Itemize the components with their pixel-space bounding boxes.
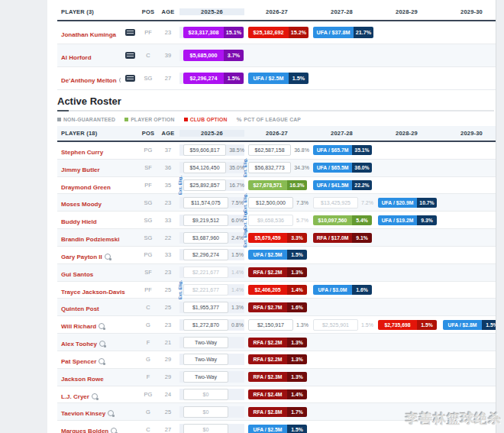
pos-cell: SG <box>140 234 157 241</box>
season-label: 2025-26 <box>201 8 223 15</box>
chip-percent: 1.7% <box>287 407 307 417</box>
player-row: Pat SpencerG29Two-WayRFA / $2.2M1.3% <box>57 351 496 369</box>
ufa-chip: UFA / $2.5M1.5% <box>248 73 309 84</box>
player-name-cell: Buddy Hield <box>57 213 140 227</box>
player-link[interactable]: L.J. Cryer <box>61 393 89 400</box>
pos-cell: F <box>140 339 157 346</box>
player-link[interactable]: Alex Toohey <box>61 341 97 347</box>
rfa-chip: RFA / $2.2M1.3% <box>248 267 307 277</box>
player-link[interactable]: Brandin Podziemski <box>61 236 119 243</box>
chip-value: RFA / $2.2M <box>248 267 287 277</box>
player-link[interactable]: Jackson Rowe <box>61 376 104 383</box>
year-cell: UFA / $41.5M22.2% <box>309 180 374 190</box>
chip-percent: 9.1% <box>352 233 372 243</box>
salary-percent: 38.5% <box>229 147 244 153</box>
salary-percent: 1.5% <box>361 322 373 328</box>
chip-percent: 1.5% <box>224 73 244 84</box>
player-note-icon[interactable] <box>105 254 111 260</box>
contract-badge-icon[interactable] <box>125 52 135 59</box>
player-link[interactable]: Trayce Jackson-Davis <box>61 289 125 296</box>
ufa-chip: UFA / $65.5M36.0% <box>313 163 372 173</box>
player-row: Al HorfordC39$5,685,0003.7% <box>57 44 496 67</box>
player-link[interactable]: Marques Bolden <box>61 428 108 433</box>
salary-percent: 1.3% <box>231 305 244 310</box>
season-column-header: 2029-30 <box>439 8 496 15</box>
player-link[interactable]: Moses Moody <box>61 201 102 208</box>
player-link[interactable]: Taevion Kinsey <box>61 410 105 417</box>
pos-cell: SG <box>140 217 157 224</box>
player-link[interactable]: Buddy Hield <box>61 218 97 225</box>
player-link[interactable]: Al Horford <box>61 54 92 61</box>
player-name-cell: Gary Payton II <box>57 248 140 262</box>
year-cell: UFA / $2.5M1.5% <box>244 250 309 260</box>
player-note-icon[interactable] <box>111 428 117 433</box>
year-cell: UFA / $20.9M10.7% <box>374 198 439 208</box>
player-link[interactable]: Draymond Green <box>61 184 111 191</box>
pos-cell: SG <box>140 199 157 206</box>
ufa-chip: UFA / $65.7M35.1% <box>313 145 372 155</box>
year-cell: $2,406,2051.4% <box>244 285 309 295</box>
salary-percent: 16.7% <box>229 183 244 188</box>
player-row: Gary Payton IIPG33$2,296,2741.5%UFA / $2… <box>57 247 496 264</box>
player-link[interactable]: Will Richard <box>61 323 96 330</box>
player-note-icon[interactable] <box>99 358 105 364</box>
rfa-chip: RFA / $2.3M1.3% <box>248 372 307 382</box>
chip-percent: 3.7% <box>224 50 244 61</box>
age-cell: 23 <box>157 29 179 36</box>
player-row: Marques BoldenC27$0UFA / $2.5M1.5% <box>57 421 496 433</box>
legend-non-guaranteed: NON-GUARANTEED <box>57 117 115 122</box>
year-cell: UFA / $65.7M35.1% <box>309 145 374 155</box>
player-link[interactable]: Quinten Post <box>61 305 99 312</box>
player-link[interactable]: Gary Payton II <box>61 254 102 260</box>
player-note-icon[interactable] <box>108 410 114 416</box>
salary-box: $2,296,274 <box>183 249 228 260</box>
year-cell: Two-Way <box>179 337 244 348</box>
age-column-header: AGE <box>157 130 179 137</box>
salary-box: $2,221,677 <box>183 284 228 296</box>
chip-value: $23,317,308 <box>183 27 224 38</box>
salary-box: $54,126,450 <box>183 162 226 173</box>
player-link[interactable]: Jonathan Kuminga <box>61 31 116 38</box>
contract-badge-icon[interactable] <box>125 75 135 82</box>
pos-cell: C <box>140 304 157 311</box>
player-row: De'Anthony MeltonSG27$2,296,2741.5%UFA /… <box>57 67 496 90</box>
season-column-header: 2027-28 <box>309 130 374 137</box>
player-link[interactable]: Stephen Curry <box>61 149 103 156</box>
pos-cell: PF <box>140 182 157 189</box>
badge-cell <box>121 29 140 36</box>
player-column-header: PLAYER (3) <box>57 8 121 15</box>
player-link[interactable]: De'Anthony Melton <box>61 77 117 84</box>
year-cell: RFA / $2.2M1.3% <box>244 338 309 347</box>
player-link[interactable]: Pat Spencer <box>61 358 96 365</box>
player-link[interactable]: Gui Santos <box>61 271 93 278</box>
salary-box: $3,687,960 <box>183 232 228 244</box>
salary-percent: 2.4% <box>231 235 244 241</box>
option-chip: $25,182,69215.2% <box>248 27 309 38</box>
club-option-swatch-icon <box>184 118 188 121</box>
salary-percent: 1.5% <box>231 252 244 257</box>
age-cell: 24 <box>157 391 179 398</box>
player-note-icon[interactable] <box>92 393 98 399</box>
player-note-icon[interactable] <box>99 341 105 347</box>
chip-percent: 10.7% <box>417 198 437 208</box>
salary-box: $1,955,377 <box>183 302 228 313</box>
player-note-icon[interactable] <box>99 323 105 329</box>
season-column-header: 2028-29 <box>374 130 439 137</box>
season-column-header: 2026-27 <box>244 8 309 15</box>
year-cell: $59,606,81738.5% <box>179 144 244 156</box>
season-label: 2027-28 <box>331 130 353 137</box>
player-note-icon[interactable] <box>119 77 121 83</box>
contract-badge-icon[interactable] <box>125 29 135 36</box>
season-label: 2025-26 <box>201 130 223 137</box>
table-header-row: PLAYER (3)POSAGE2025-262026-272027-28202… <box>57 4 496 21</box>
year-cell: Ext. Elig.$5,679,4593.3% <box>244 233 309 243</box>
salary-percent: 36.8% <box>294 147 309 153</box>
season-column-header: 2029-30 <box>439 130 496 137</box>
badge-cell <box>121 52 140 59</box>
badge-cell <box>121 75 140 82</box>
ufa-chip: UFA / $2.5M1.5% <box>248 250 307 260</box>
player-option-swatch-icon <box>124 118 128 121</box>
year-cell: $13,425,9257.2% <box>309 197 374 208</box>
player-link[interactable]: Jimmy Butler <box>61 166 100 173</box>
player-row: Alex TooheyF21Two-WayRFA / $2.2M1.3% <box>57 334 496 351</box>
